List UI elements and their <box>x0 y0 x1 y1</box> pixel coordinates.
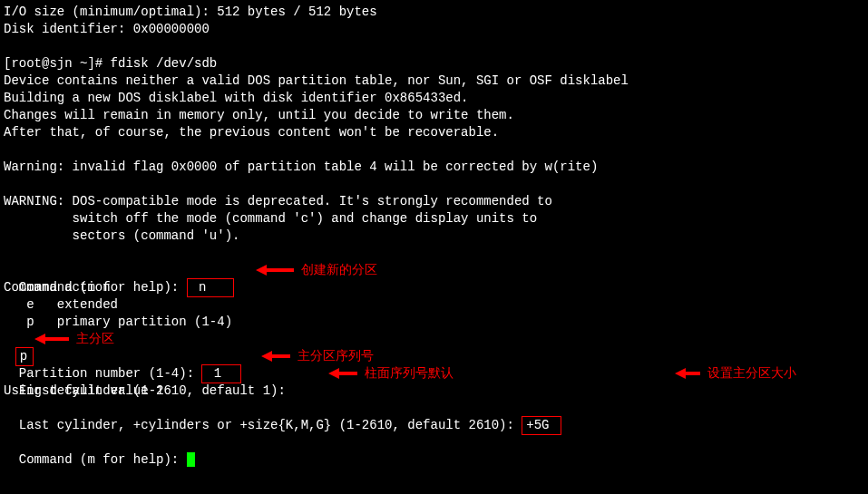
annot-primary-seq: 主分区序列号 <box>297 348 374 365</box>
io-size: I/O size (minimum/optimal): 512 bytes / … <box>4 4 864 21</box>
using-default: Using default value 1 <box>4 383 864 400</box>
shell-prompt: [root@sjn ~]# fdisk /dev/sdb <box>4 55 864 73</box>
msg-building: Building a new DOS disklabel with disk i… <box>4 90 864 107</box>
cursor-icon[interactable] <box>187 452 195 467</box>
command-action: Command action <box>4 279 864 296</box>
annot-cylinder-default: 柱面序列号默认 <box>365 365 454 383</box>
svg-marker-4 <box>675 368 700 379</box>
warning-dos-3: sectors (command 'u'). <box>4 228 864 245</box>
command-prompt-final: Command (m for help): <box>4 434 864 451</box>
blank-line <box>4 245 864 262</box>
svg-marker-0 <box>256 265 294 276</box>
action-primary: p primary partition (1-4) <box>4 314 864 331</box>
disk-identifier: Disk identifier: 0x00000000 <box>4 21 864 38</box>
svg-marker-2 <box>261 351 290 362</box>
partition-number-line: Partition number (1-4): 1 主分区序列号 <box>4 348 864 365</box>
arrow-left-icon <box>34 334 69 344</box>
arrow-left-icon <box>328 368 357 379</box>
action-extended: e extended <box>4 296 864 314</box>
command-prompt-2: Command (m for help): <box>19 452 187 467</box>
svg-marker-3 <box>328 368 357 379</box>
msg-memory: Changes will remain in memory only, unti… <box>4 107 864 124</box>
annot-set-size: 设置主分区大小 <box>707 365 796 383</box>
blank-line <box>4 176 864 193</box>
warning-dos-2: switch off the mode (command 'c') and ch… <box>4 210 864 228</box>
warning-flag: Warning: invalid flag 0x0000 of partitio… <box>4 159 864 176</box>
last-cylinder-line: Last cylinder, +cylinders or +size{K,M,G… <box>4 400 864 417</box>
annot-primary: 主分区 <box>76 331 114 348</box>
blank-line <box>4 417 864 434</box>
warning-dos-1: WARNING: DOS-compatible mode is deprecat… <box>4 193 864 210</box>
svg-marker-1 <box>34 334 69 344</box>
annot-create-new: 创建新的分区 <box>301 262 377 279</box>
arrow-left-icon <box>261 351 290 362</box>
blank-line <box>4 141 864 159</box>
arrow-left-icon <box>256 265 294 276</box>
arrow-left-icon <box>675 368 700 379</box>
blank-line <box>4 38 864 55</box>
input-p-line: p 主分区 <box>4 331 864 348</box>
first-cylinder-line: First cylinder (1-2610, default 1): 柱面序列… <box>4 365 864 383</box>
msg-no-table: Device contains neither a valid DOS part… <box>4 73 864 90</box>
command-n-line: Command (m for help): n 创建新的分区 <box>4 262 864 279</box>
msg-recover: After that, of course, the previous cont… <box>4 124 864 141</box>
